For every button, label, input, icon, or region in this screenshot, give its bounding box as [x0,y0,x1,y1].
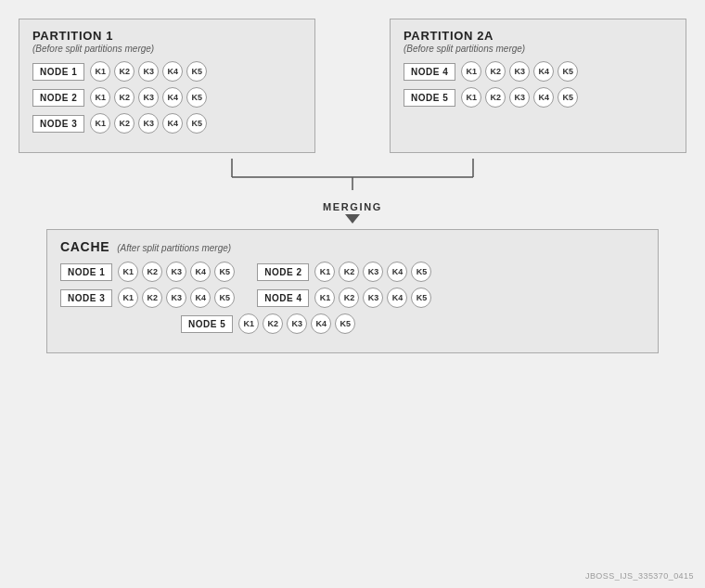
merging-label: MERGING [323,201,382,212]
partition-2a-subtitle: (Before split partitions merge) [404,44,673,54]
cache-node5-k2: K2 [263,313,283,334]
cache-node1-group: NODE 1 K1 K2 K3 K4 K5 [60,262,238,282]
partition1-node-row-1: NODE 1 K1 K2 K3 K4 K5 [32,61,301,82]
partition1-node-row-2: NODE 2 K1 K2 K3 K4 K5 [32,87,301,108]
cache-node4-k3: K3 [363,288,383,308]
cache-node4-k5: K5 [411,288,431,308]
cache-node3-k2: K2 [142,288,162,308]
cache-node4-k4: K4 [387,288,407,308]
partition1-node1-k2: K2 [114,61,135,82]
cache-title-row: CACHE (After split partitions merge) [60,239,645,254]
partition2a-node5-k2: K2 [485,87,506,108]
partition-2a-box: PARTITION 2A (Before split partitions me… [390,19,686,153]
cache-node2-group: NODE 2 K1 K2 K3 K4 K5 [257,262,435,282]
cache-node3-k1: K1 [118,288,138,308]
partition1-node1-k5: K5 [186,61,207,82]
partition1-node3-k5: K5 [186,113,207,134]
partition2a-node5-k1: K1 [461,87,481,108]
cache-box: CACHE (After split partitions merge) NOD… [46,229,659,353]
cache-node4-k2: K2 [339,288,359,308]
cache-node2-k5: K5 [411,262,431,282]
partition1-node3-label: NODE 3 [32,115,84,133]
partition1-node2-k3: K3 [138,87,159,108]
cache-node3-k4: K4 [190,288,211,308]
cache-node2-k2: K2 [339,262,359,282]
cache-node2-k1: K1 [314,262,335,282]
cache-node1-k5: K5 [214,262,235,282]
partition2a-node4-label: NODE 4 [404,63,455,81]
cache-node1-k1: K1 [118,262,138,282]
merging-section: MERGING [19,159,686,224]
cache-node5-k5: K5 [335,313,355,334]
cache-node5-label: NODE 5 [181,315,233,333]
partition1-node-row-3: NODE 3 K1 K2 K3 K4 K5 [32,113,301,134]
cache-node3-group: NODE 3 K1 K2 K3 K4 K5 [60,288,238,308]
cache-node4-k1: K1 [314,288,335,308]
partition-1-subtitle: (Before split partitions merge) [32,44,301,54]
cache-row-3: NODE 5 K1 K2 K3 K4 K5 [60,313,645,334]
cache-node1-k3: K3 [166,262,186,282]
partition2a-node4-k5: K5 [558,61,578,82]
main-container: PARTITION 1 (Before split partitions mer… [0,0,705,588]
cache-node1-k2: K2 [142,262,162,282]
cache-node5-k3: K3 [287,313,307,334]
partition2a-node5-k4: K4 [533,87,554,108]
cache-row-1: NODE 1 K1 K2 K3 K4 K5 NODE 2 K1 K2 K3 K4… [60,262,645,282]
merging-lines-svg [148,159,557,201]
partition1-node2-k4: K4 [162,87,183,108]
cache-node3-k5: K5 [214,288,235,308]
partition1-node2-k2: K2 [114,87,135,108]
partition2a-node-row-5: NODE 5 K1 K2 K3 K4 K5 [404,87,673,108]
partition1-node2-k5: K5 [186,87,207,108]
cache-node5-group: NODE 5 K1 K2 K3 K4 K5 [181,313,359,334]
cache-title: CACHE [60,239,109,254]
partition-1-title: PARTITION 1 [32,29,301,43]
partition2a-node4-k2: K2 [485,61,506,82]
partition2a-node5-k5: K5 [558,87,578,108]
merging-arrow [345,214,360,224]
cache-row-2: NODE 3 K1 K2 K3 K4 K5 NODE 4 K1 K2 K3 K4… [60,288,645,308]
cache-node2-k4: K4 [387,262,407,282]
partition1-node3-k1: K1 [90,113,110,134]
partition2a-node4-k1: K1 [461,61,481,82]
top-row: PARTITION 1 (Before split partitions mer… [19,19,686,153]
partition2a-node4-k4: K4 [533,61,554,82]
partition1-node2-k1: K1 [90,87,110,108]
partition1-node3-k4: K4 [162,113,183,134]
cache-node1-k4: K4 [190,262,211,282]
partition2a-node5-k3: K3 [509,87,530,108]
cache-node3-k3: K3 [166,288,186,308]
cache-node5-k4: K4 [311,313,331,334]
watermark: JBOSS_IJS_335370_0415 [585,571,694,581]
cache-node4-group: NODE 4 K1 K2 K3 K4 K5 [257,288,435,308]
partition1-node2-label: NODE 2 [32,89,84,107]
partition1-node1-label: NODE 1 [32,63,84,81]
partition1-node3-k2: K2 [114,113,135,134]
partition-2a-title: PARTITION 2A [404,29,673,43]
partition2a-node-row-4: NODE 4 K1 K2 K3 K4 K5 [404,61,673,82]
partition1-node1-k3: K3 [138,61,159,82]
cache-node4-label: NODE 4 [257,289,309,307]
cache-node1-label: NODE 1 [60,263,112,281]
partition1-node1-k4: K4 [162,61,183,82]
cache-node2-label: NODE 2 [257,263,309,281]
partition1-node1-k1: K1 [90,61,110,82]
partition2a-node5-label: NODE 5 [404,89,455,107]
cache-subtitle: (After split partitions merge) [117,243,231,253]
partition2a-node4-k3: K3 [509,61,530,82]
cache-node5-k1: K1 [238,313,259,334]
partition1-node3-k3: K3 [138,113,159,134]
cache-node3-label: NODE 3 [60,289,112,307]
cache-node2-k3: K3 [363,262,383,282]
partition-1-box: PARTITION 1 (Before split partitions mer… [19,19,315,153]
